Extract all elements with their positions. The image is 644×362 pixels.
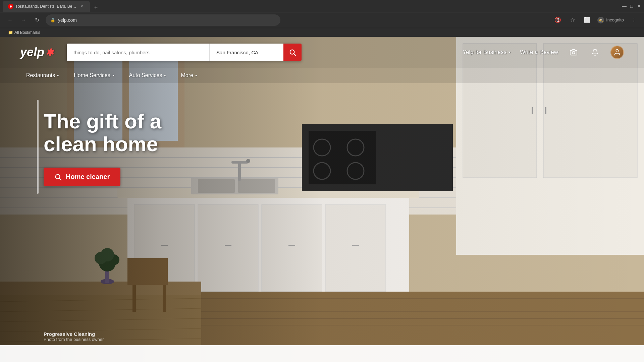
toolbar-right: 📵 ☆ ⬜ 🕵 Incognito ⋮ [553,15,639,25]
hero-cta-button[interactable]: Home cleaner [44,168,120,186]
lock-icon: 🔒 [50,18,55,22]
incognito-badge: 🕵 Incognito [597,17,624,23]
photo-credit-name: Progressive Cleaning [44,331,104,337]
incognito-icon: 🕵 [597,17,604,23]
bookmarks-bar: 📁 All Bookmarks [0,28,644,37]
yelp-for-business-label: Yelp for Business [463,49,506,56]
hero-title: The gift of a clean home [44,110,205,156]
yelp-page: yelp✱ Yelp for Business ▾ Write a Review [0,37,644,362]
user-avatar-button[interactable] [610,46,624,59]
browser-tabs: ✱ Restaurants, Dentists, Bars, Bea... × … [3,0,101,12]
nav-more-label: More [181,72,193,78]
notifications-icon-btn[interactable] [589,46,601,58]
extensions-icon[interactable]: ⋮ [629,15,639,25]
yelp-header: yelp✱ Yelp for Business ▾ Write a Review [0,37,644,68]
maximize-button[interactable]: □ [629,4,634,8]
nav-auto-services-label: Auto Services [129,72,162,78]
camera-icon-btn[interactable] [568,46,580,58]
browser-tab-active[interactable]: ✱ Restaurants, Dentists, Bars, Bea... × [3,1,90,12]
tab-title: Restaurants, Dentists, Bars, Bea... [16,4,76,9]
nav-home-services-label: Home Services [74,72,110,78]
header-right: Yelp for Business ▾ Write a Review [463,46,624,59]
cta-search-icon [54,173,62,181]
minimize-button[interactable]: — [622,4,627,8]
yelp-logo[interactable]: yelp✱ [20,45,53,59]
yelp-logo-burst-icon: ✱ [46,47,53,58]
tab-close-button[interactable]: × [79,4,85,9]
search-where-input[interactable] [210,44,283,61]
close-window-button[interactable]: ✕ [637,4,641,8]
nav-item-restaurants[interactable]: Restaurants ▾ [20,68,65,83]
svg-line-70 [59,178,61,180]
browser-titlebar: ✱ Restaurants, Dentists, Bars, Bea... × … [0,0,644,12]
bookmarks-folder-icon: 📁 [8,30,13,35]
nav-item-home-services[interactable]: Home Services ▾ [68,68,120,83]
yelp-for-business-chevron-icon: ▾ [508,50,511,55]
search-what-input[interactable] [67,44,210,61]
hero-cta-label: Home cleaner [66,173,110,181]
camera-off-icon[interactable]: 📵 [553,15,562,25]
search-container [67,44,302,61]
svg-point-68 [616,50,618,52]
hero-content: The gift of a clean home Home cleaner [0,83,644,186]
nav-restaurants-chevron-icon: ▾ [57,73,59,78]
address-text: yelp.com [58,17,276,23]
yelp-for-business-link[interactable]: Yelp for Business ▾ [463,49,511,56]
bookmark-star-icon[interactable]: ☆ [568,15,577,25]
photo-credit-subtitle: Photo from the business owner [44,337,104,342]
window-controls: — □ ✕ [622,4,641,8]
nav-item-more[interactable]: More ▾ [175,68,203,83]
forward-button[interactable]: → [19,15,28,25]
nav-more-chevron-icon: ▾ [195,73,197,78]
write-review-link[interactable]: Write a Review [520,49,558,56]
all-bookmarks-item[interactable]: 📁 All Bookmarks [5,29,43,36]
yelp-nav: Restaurants ▾ Home Services ▾ Auto Servi… [0,68,644,83]
browser-toolbar: ← → ↻ 🔒 yelp.com 📵 ☆ ⬜ 🕵 Incognito ⋮ [0,12,644,28]
tab-favicon: ✱ [8,4,13,9]
bottom-strip [0,345,644,362]
nav-restaurants-label: Restaurants [26,72,55,78]
incognito-label: Incognito [606,17,624,22]
nav-auto-services-chevron-icon: ▾ [164,73,166,78]
svg-line-66 [294,54,296,55]
back-button[interactable]: ← [5,15,15,25]
browser-chrome: ✱ Restaurants, Dentists, Bars, Bea... × … [0,0,644,37]
photo-credit: Progressive Cleaning Photo from the busi… [44,331,104,342]
address-bar[interactable]: 🔒 yelp.com [46,14,280,26]
svg-point-67 [572,51,575,54]
nav-item-auto-services[interactable]: Auto Services ▾ [123,68,172,83]
reload-button[interactable]: ↻ [32,15,42,25]
sidebar-icon[interactable]: ⬜ [583,15,592,25]
yelp-logo-text: yelp [20,45,44,59]
all-bookmarks-label: All Bookmarks [14,30,40,35]
new-tab-button[interactable]: + [91,3,101,12]
hero-left-bar [37,100,39,194]
nav-home-services-chevron-icon: ▾ [112,73,114,78]
search-button[interactable] [283,44,302,61]
